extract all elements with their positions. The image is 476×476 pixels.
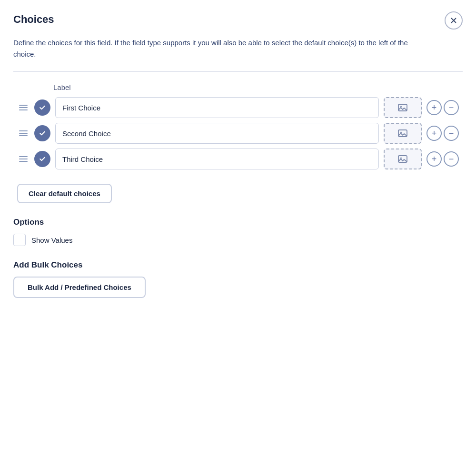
close-button[interactable] [445,11,463,30]
svg-point-7 [400,158,402,159]
choice-row: + − [17,149,459,169]
dialog-title: Choices [13,13,54,26]
close-icon [449,16,458,25]
choices-section: Label + − [13,83,463,203]
check-icon [39,104,46,111]
label-header: Label [53,83,459,91]
row-actions-1: + − [426,100,459,115]
section-divider [13,71,463,72]
choice-row: + − [17,123,459,144]
show-values-label: Show Values [31,236,72,244]
image-button-2[interactable] [384,123,422,144]
choice-input-1[interactable] [55,97,379,118]
bulk-section: Add Bulk Choices Bulk Add / Predefined C… [13,260,463,298]
check-icon [39,155,46,163]
choice-row: + − [17,97,459,118]
image-icon [397,128,408,139]
check-icon [39,129,46,137]
image-icon [397,102,408,113]
image-icon [397,153,408,165]
remove-choice-button-2[interactable]: − [444,126,459,141]
options-section: Options Show Values [13,218,463,246]
drag-handle[interactable] [17,103,30,112]
choices-dialog: Choices Define the choices for this fiel… [0,0,476,317]
remove-choice-button-3[interactable]: − [444,151,459,167]
add-choice-button-3[interactable]: + [426,151,442,167]
svg-point-3 [400,106,402,108]
row-actions-3: + − [426,151,459,167]
bulk-title: Add Bulk Choices [13,260,463,270]
svg-point-5 [400,132,402,133]
image-button-1[interactable] [384,97,422,118]
choice-input-3[interactable] [55,149,379,169]
bulk-add-button[interactable]: Bulk Add / Predefined Choices [13,277,146,298]
drag-handle[interactable] [17,129,30,138]
add-choice-button-1[interactable]: + [426,100,442,115]
options-title: Options [13,218,463,227]
check-button-3[interactable] [34,151,50,167]
show-values-checkbox[interactable] [13,234,26,246]
choice-input-2[interactable] [55,123,379,144]
row-actions-2: + − [426,126,459,141]
check-button-2[interactable] [34,125,50,141]
dialog-description: Define the choices for this field. If th… [13,37,432,60]
dialog-header: Choices [13,13,463,30]
clear-default-choices-button[interactable]: Clear default choices [17,184,112,203]
drag-handle[interactable] [17,154,30,164]
check-button-1[interactable] [34,99,50,116]
add-choice-button-2[interactable]: + [426,126,442,141]
image-button-3[interactable] [384,149,422,169]
show-values-row: Show Values [13,234,463,246]
remove-choice-button-1[interactable]: − [444,100,459,115]
